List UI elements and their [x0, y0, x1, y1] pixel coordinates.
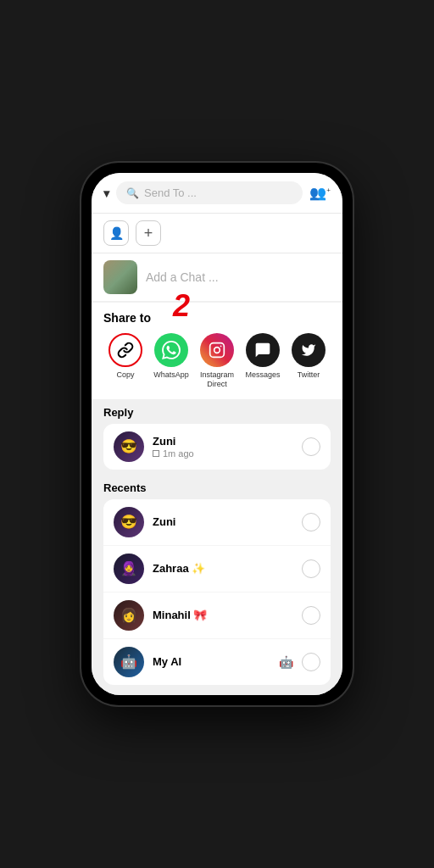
avatar: 👩: [114, 600, 144, 631]
messages-icon: [246, 333, 280, 367]
svg-rect-0: [210, 343, 225, 358]
copy-icon: [108, 333, 142, 367]
reply-list-card: 😎 Zuni 1m ago: [103, 424, 331, 470]
recents-list-card: 😎 Zuni 🧕 Zahraa ✨ 👩: [103, 499, 331, 685]
item-name: Zuni: [153, 435, 293, 448]
add-friends-icon[interactable]: 👥+: [309, 185, 331, 201]
search-bar[interactable]: 🔍 Send To ...: [116, 181, 303, 204]
item-info: Minahil 🎀: [153, 609, 293, 621]
chevron-down-icon[interactable]: ▾: [103, 186, 109, 200]
list-item[interactable]: 👩 Minahil 🎀: [103, 593, 331, 639]
svg-point-2: [220, 346, 222, 348]
item-info: Zahraa ✨: [153, 562, 293, 575]
share-messages-item[interactable]: Messages: [241, 333, 285, 389]
plus-icon: +: [144, 225, 153, 242]
copy-label: Copy: [116, 370, 134, 380]
scroll-area: Share to Copy: [92, 303, 342, 695]
svg-point-1: [214, 348, 220, 353]
chat-preview-bar[interactable]: Add a Chat ...: [92, 253, 342, 301]
messages-label: Messages: [245, 370, 280, 380]
share-copy-item[interactable]: Copy: [103, 333, 147, 389]
thumbnail-image: [103, 260, 137, 294]
chat-bar: 👤 +: [92, 214, 342, 253]
share-twitter-item[interactable]: Twitter: [287, 333, 331, 389]
chat-person-icon: 👤: [109, 226, 124, 240]
twitter-label: Twitter: [298, 370, 320, 380]
whatsapp-label: WhatsApp: [153, 370, 189, 380]
select-radio[interactable]: [302, 606, 320, 625]
share-to-section: Share to Copy: [92, 303, 342, 399]
list-item[interactable]: 🧕 Zahraa ✨: [103, 546, 331, 593]
item-name: Zahraa ✨: [153, 562, 293, 575]
avatar: 😎: [114, 431, 144, 462]
item-name: Minahil 🎀: [153, 609, 293, 621]
share-instagram-item[interactable]: Instagram Direct: [195, 333, 239, 389]
share-icons-row: Copy WhatsApp: [103, 333, 331, 396]
search-placeholder: Send To ...: [144, 186, 197, 199]
item-info: My AI: [153, 655, 270, 668]
recents-section: Recents 😎 Zuni 🧕 Zahraa ✨: [92, 475, 342, 690]
add-chat-button[interactable]: +: [136, 220, 161, 246]
avatar: 🤖: [114, 647, 144, 677]
item-info: Zuni 1m ago: [153, 435, 293, 459]
share-to-title: Share to: [103, 311, 331, 325]
phone-screen: ▾ 🔍 Send To ... 👥+ 👤 + Add a Chat ... 2: [92, 173, 342, 695]
quick-add-section: Quick Add 👩‍🦱 Nia22 🟢 lateitall: [92, 690, 342, 695]
list-item[interactable]: 😎 Zuni: [103, 499, 331, 546]
item-time: 1m ago: [163, 448, 194, 459]
list-item[interactable]: 😎 Zuni 1m ago: [103, 424, 331, 470]
select-radio[interactable]: [302, 653, 320, 671]
item-name: Zuni: [153, 515, 293, 528]
instagram-icon: [200, 333, 234, 367]
chat-thumbnail: [103, 260, 137, 294]
reply-title: Reply: [103, 406, 331, 419]
sub-square-icon: [153, 450, 159, 457]
avatar: 😎: [114, 507, 144, 537]
instagram-label: Instagram Direct: [195, 370, 239, 389]
item-name: My AI: [153, 655, 270, 668]
list-item[interactable]: 🤖 My AI 🤖: [103, 639, 331, 685]
add-chat-label: Add a Chat ...: [146, 270, 219, 284]
avatar: 🧕: [114, 554, 144, 584]
whatsapp-icon: [154, 333, 188, 367]
select-radio[interactable]: [302, 437, 320, 456]
header: ▾ 🔍 Send To ... 👥+: [92, 173, 342, 214]
reply-section: Reply 😎 Zuni 1m ago: [92, 399, 342, 475]
item-sub: 1m ago: [153, 448, 293, 459]
search-icon: 🔍: [126, 187, 139, 199]
chat-icon-button[interactable]: 👤: [103, 220, 129, 246]
select-radio[interactable]: [302, 513, 320, 531]
phone-frame: ▾ 🔍 Send To ... 👥+ 👤 + Add a Chat ... 2: [81, 163, 353, 705]
select-radio[interactable]: [302, 559, 320, 578]
share-whatsapp-item[interactable]: WhatsApp: [149, 333, 193, 389]
item-info: Zuni: [153, 515, 293, 528]
twitter-icon: [292, 333, 326, 367]
ai-badge-icon: 🤖: [279, 655, 293, 669]
recents-title: Recents: [103, 481, 331, 494]
